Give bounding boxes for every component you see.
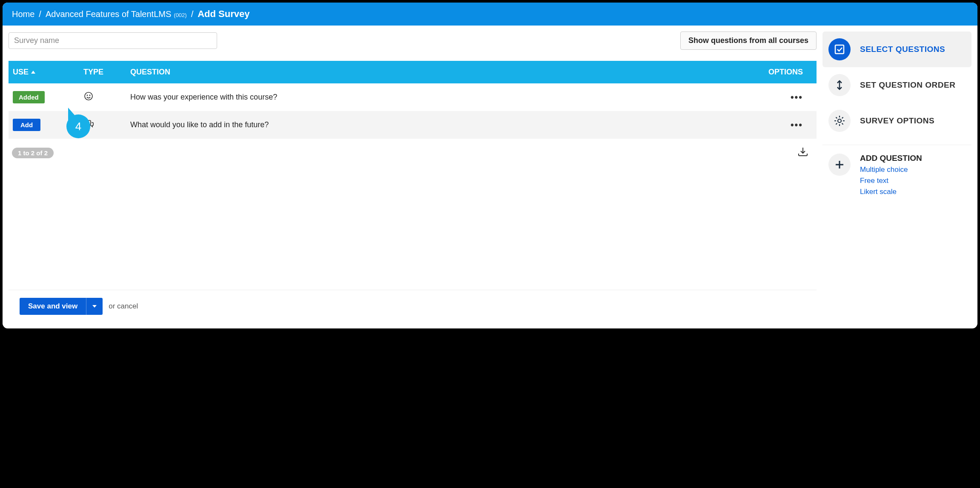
toolbar: Show questions from all courses (9, 31, 817, 50)
add-question-free-text[interactable]: Free text (860, 177, 922, 185)
sidebar-item-label: SURVEY OPTIONS (860, 116, 934, 126)
table-footer: 1 to 2 of 2 (9, 146, 817, 159)
app-window: Home / Advanced Features of TalentLMS (0… (3, 3, 977, 328)
column-header-use[interactable]: USE (13, 68, 83, 77)
use-add-button[interactable]: Add (13, 119, 40, 131)
sort-ascending-icon (31, 71, 35, 74)
bottom-bar: Save and view or cancel (9, 290, 817, 322)
smiley-icon (83, 94, 94, 103)
add-question-section: ADD QUESTION Multiple choice Free text L… (822, 151, 971, 199)
save-and-view-button[interactable]: Save and view (20, 298, 103, 315)
gear-icon (828, 110, 851, 132)
sidebar-divider (822, 145, 971, 145)
sidebar-item-survey-options[interactable]: SURVEY OPTIONS (822, 103, 971, 139)
add-question-multiple-choice[interactable]: Multiple choice (860, 166, 922, 174)
svg-point-0 (85, 92, 92, 100)
main-panel: Show questions from all courses USE TYPE… (9, 31, 817, 322)
survey-name-input[interactable] (9, 32, 217, 49)
table-header: USE TYPE QUESTION OPTIONS (9, 61, 817, 83)
breadcrumb-course[interactable]: Advanced Features of TalentLMS (46, 9, 171, 19)
column-header-question[interactable]: QUESTION (130, 68, 761, 77)
row-options-button[interactable]: ••• (791, 92, 803, 103)
breadcrumb-current: Add Survey (198, 9, 249, 20)
add-question-title: ADD QUESTION (860, 154, 922, 163)
sidebar-item-select-questions[interactable]: SELECT QUESTIONS (822, 31, 971, 67)
reorder-icon (828, 74, 851, 96)
svg-point-1 (87, 95, 87, 95)
table-row: Add What would you like to add in the fu… (9, 111, 817, 139)
use-added-button[interactable]: Added (13, 91, 45, 103)
svg-point-4 (838, 119, 841, 123)
save-button-dropdown[interactable] (86, 298, 103, 315)
row-options-button[interactable]: ••• (791, 120, 803, 130)
table-row: Added How was your experience with this … (9, 83, 817, 111)
sidebar-item-label: SET QUESTION ORDER (860, 80, 955, 90)
sidebar: SELECT QUESTIONS SET QUESTION ORDER SURV… (822, 31, 971, 322)
svg-rect-3 (835, 45, 844, 54)
caret-down-icon (92, 305, 97, 308)
question-text: What would you like to add in the future… (130, 120, 761, 129)
show-all-questions-button[interactable]: Show questions from all courses (680, 31, 817, 50)
plus-icon (828, 154, 851, 176)
download-icon[interactable] (797, 146, 809, 159)
cancel-link[interactable]: or cancel (109, 302, 138, 311)
pagination-range: 1 to 2 of 2 (12, 148, 54, 158)
column-header-use-label: USE (13, 68, 29, 77)
add-question-likert-scale[interactable]: Likert scale (860, 188, 922, 196)
column-header-type[interactable]: TYPE (83, 68, 130, 77)
breadcrumb-course-code: (002) (174, 12, 186, 18)
column-header-options: OPTIONS (761, 68, 812, 77)
breadcrumb-bar: Home / Advanced Features of TalentLMS (0… (3, 3, 977, 26)
question-text: How was your experience with this course… (130, 93, 761, 102)
checkbox-icon (828, 38, 851, 60)
sidebar-item-label: SELECT QUESTIONS (860, 45, 945, 54)
content-area: Show questions from all courses USE TYPE… (3, 26, 977, 328)
breadcrumb-home[interactable]: Home (12, 9, 34, 19)
svg-point-2 (89, 95, 90, 95)
chat-icon (83, 122, 95, 131)
breadcrumb-sep: / (39, 9, 41, 19)
breadcrumb-sep: / (191, 9, 194, 19)
save-button-label: Save and view (20, 298, 86, 315)
sidebar-item-set-question-order[interactable]: SET QUESTION ORDER (822, 67, 971, 103)
